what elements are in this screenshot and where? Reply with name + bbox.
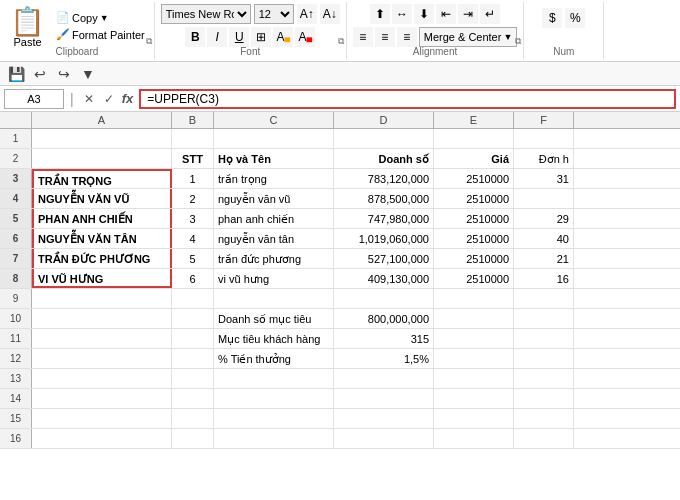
cell-b7[interactable]: 5	[172, 249, 214, 268]
cell-d5[interactable]: 747,980,000	[334, 209, 434, 228]
font-expand[interactable]: ⧉	[338, 36, 344, 47]
cell-f5[interactable]: 29	[514, 209, 574, 228]
redo-button[interactable]: ↪	[54, 64, 74, 84]
cell-e12[interactable]	[434, 349, 514, 368]
cell-c12[interactable]: % Tiền thưởng	[214, 349, 334, 368]
cell-d13[interactable]	[334, 369, 434, 388]
indent-decrease-button[interactable]: ⇤	[436, 4, 456, 24]
cell-d6[interactable]: 1,019,060,000	[334, 229, 434, 248]
cell-f10[interactable]	[514, 309, 574, 328]
cell-d3[interactable]: 783,120,000	[334, 169, 434, 188]
formula-input[interactable]	[139, 89, 676, 109]
percent-button[interactable]: %	[565, 8, 585, 28]
cell-b13[interactable]	[172, 369, 214, 388]
cell-e6[interactable]: 2510000	[434, 229, 514, 248]
cell-e10[interactable]	[434, 309, 514, 328]
cell-d2[interactable]: Doanh số	[334, 149, 434, 168]
cell-d4[interactable]: 878,500,000	[334, 189, 434, 208]
col-header-b[interactable]: B	[172, 112, 214, 128]
cell-a5[interactable]: PHAN ANH CHIẾN	[32, 209, 172, 228]
align-right-button[interactable]: ≡	[397, 27, 417, 47]
cell-c4[interactable]: nguyễn văn vũ	[214, 189, 334, 208]
cell-b12[interactable]	[172, 349, 214, 368]
more-button[interactable]: ▼	[78, 64, 98, 84]
cell-b3[interactable]: 1	[172, 169, 214, 188]
merge-center-button[interactable]: Merge & Center ▼	[419, 27, 518, 47]
border-button[interactable]: ⊞	[251, 27, 271, 47]
align-center-button[interactable]: ≡	[375, 27, 395, 47]
cell-e4[interactable]: 2510000	[434, 189, 514, 208]
dollar-button[interactable]: $	[542, 8, 562, 28]
cell-a15[interactable]	[32, 409, 172, 428]
cell-a1[interactable]	[32, 129, 172, 148]
cell-e3[interactable]: 2510000	[434, 169, 514, 188]
cell-d10[interactable]: 800,000,000	[334, 309, 434, 328]
cell-b2[interactable]: STT	[172, 149, 214, 168]
italic-button[interactable]: I	[207, 27, 227, 47]
cell-d14[interactable]	[334, 389, 434, 408]
cell-f4[interactable]	[514, 189, 574, 208]
cell-b9[interactable]	[172, 289, 214, 308]
align-bottom-button[interactable]: ⬇	[414, 4, 434, 24]
col-header-d[interactable]: D	[334, 112, 434, 128]
align-middle-button[interactable]: ↔	[392, 4, 412, 24]
decrease-font-button[interactable]: A↓	[320, 4, 340, 24]
cell-c8[interactable]: vi vũ hưng	[214, 269, 334, 288]
align-left-button[interactable]: ≡	[353, 27, 373, 47]
cell-f2[interactable]: Đơn h	[514, 149, 574, 168]
cell-a9[interactable]	[32, 289, 172, 308]
cell-b11[interactable]	[172, 329, 214, 348]
increase-font-button[interactable]: A↑	[297, 4, 317, 24]
cell-d1[interactable]	[334, 129, 434, 148]
cell-d8[interactable]: 409,130,000	[334, 269, 434, 288]
cell-f7[interactable]: 21	[514, 249, 574, 268]
fill-color-button[interactable]: A▄	[273, 27, 293, 47]
cell-b16[interactable]	[172, 429, 214, 448]
cell-e5[interactable]: 2510000	[434, 209, 514, 228]
cell-b6[interactable]: 4	[172, 229, 214, 248]
confirm-formula-icon[interactable]: ✓	[100, 90, 118, 108]
cell-f9[interactable]	[514, 289, 574, 308]
cell-a7[interactable]: TRẦN ĐỨC PHƯƠNG	[32, 249, 172, 268]
cell-c1[interactable]	[214, 129, 334, 148]
wrap-text-button[interactable]: ↵	[480, 4, 500, 24]
cell-e15[interactable]	[434, 409, 514, 428]
cell-a12[interactable]	[32, 349, 172, 368]
font-name-select[interactable]: Times New Roman	[161, 4, 251, 24]
cell-a10[interactable]	[32, 309, 172, 328]
cell-b5[interactable]: 3	[172, 209, 214, 228]
cell-b8[interactable]: 6	[172, 269, 214, 288]
cell-b4[interactable]: 2	[172, 189, 214, 208]
cell-b15[interactable]	[172, 409, 214, 428]
cell-c6[interactable]: nguyễn văn tân	[214, 229, 334, 248]
cell-c11[interactable]: Mục tiêu khách hàng	[214, 329, 334, 348]
cell-a3[interactable]: TRẦN TRỌNG	[32, 169, 172, 188]
copy-button[interactable]: 📄 Copy ▼	[53, 10, 148, 25]
cell-d7[interactable]: 527,100,000	[334, 249, 434, 268]
cell-d11[interactable]: 315	[334, 329, 434, 348]
cell-f11[interactable]	[514, 329, 574, 348]
cell-b1[interactable]	[172, 129, 214, 148]
align-top-button[interactable]: ⬆	[370, 4, 390, 24]
paste-button[interactable]: 📋 Paste	[6, 6, 49, 50]
cell-a11[interactable]	[32, 329, 172, 348]
cell-e1[interactable]	[434, 129, 514, 148]
cell-a6[interactable]: NGUYỄN VĂN TÂN	[32, 229, 172, 248]
cell-e16[interactable]	[434, 429, 514, 448]
name-box[interactable]	[4, 89, 64, 109]
cell-f12[interactable]	[514, 349, 574, 368]
alignment-expand[interactable]: ⧉	[515, 36, 521, 47]
cell-f13[interactable]	[514, 369, 574, 388]
cell-c13[interactable]	[214, 369, 334, 388]
cell-d16[interactable]	[334, 429, 434, 448]
cell-c14[interactable]	[214, 389, 334, 408]
undo-button[interactable]: ↩	[30, 64, 50, 84]
cell-a14[interactable]	[32, 389, 172, 408]
cell-f6[interactable]: 40	[514, 229, 574, 248]
cell-f8[interactable]: 16	[514, 269, 574, 288]
cell-d12[interactable]: 1,5%	[334, 349, 434, 368]
cell-a16[interactable]	[32, 429, 172, 448]
cancel-formula-icon[interactable]: ✕	[80, 90, 98, 108]
col-header-e[interactable]: E	[434, 112, 514, 128]
cell-d9[interactable]	[334, 289, 434, 308]
